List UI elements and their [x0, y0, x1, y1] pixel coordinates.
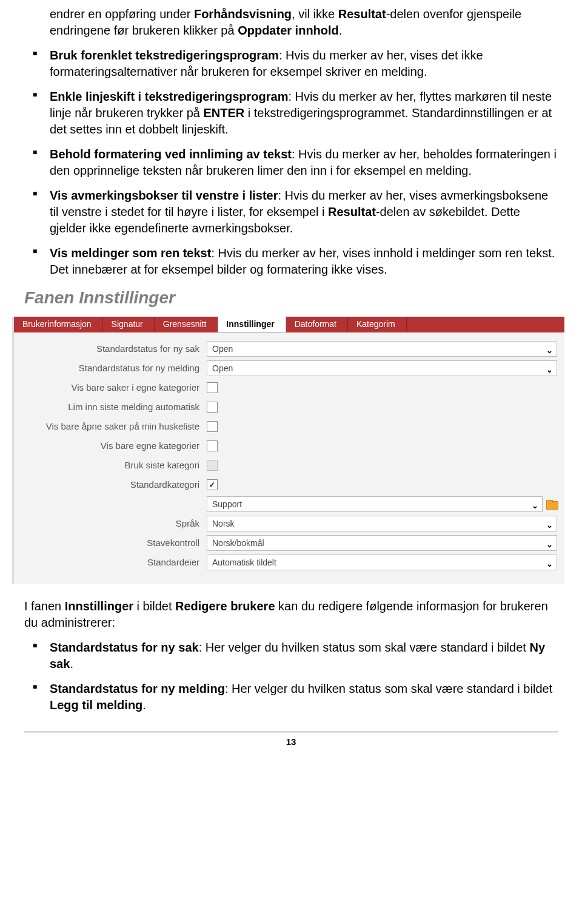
label: Stavekontroll — [14, 537, 207, 549]
chevron-down-icon: ⌄ — [546, 559, 553, 570]
checkbox[interactable] — [207, 440, 218, 451]
text-bold: Standardstatus for ny sak — [50, 641, 199, 654]
page-number: 13 — [24, 732, 558, 748]
select-sprak[interactable]: Norsk ⌄ — [207, 516, 557, 531]
checkbox[interactable] — [207, 421, 218, 432]
text-bold: Enkle linjeskift i tekstredigeringsprogr… — [50, 90, 288, 103]
list-item: Bruk forenklet tekstredigeringsprogram: … — [24, 47, 558, 80]
text: . — [70, 657, 73, 670]
select-stavekontroll[interactable]: Norsk/bokmål ⌄ — [207, 535, 557, 551]
label: Standardeier — [14, 556, 207, 568]
tab-signatur[interactable]: Signatur — [103, 317, 155, 332]
text: I fanen — [24, 599, 65, 613]
label: Standardstatus for ny sak — [14, 343, 207, 355]
settings-ui-screenshot: Brukerinformasjon Signatur Grensesnitt I… — [12, 317, 564, 584]
intro-after-ui: I fanen Innstillinger i bildet Redigere … — [24, 598, 558, 631]
select-value: Norsk/bokmål — [212, 538, 264, 548]
label: Standardstatus for ny melding — [14, 362, 207, 374]
row-sprak: Språk Norsk ⌄ — [14, 514, 561, 533]
text-bold: ENTER — [203, 106, 244, 120]
select-value: Automatisk tildelt — [212, 558, 276, 567]
chevron-down-icon: ⌄ — [546, 345, 553, 356]
text: : Her velger du hvilken status som skal … — [199, 641, 530, 654]
text-bold: Legg til melding — [50, 698, 142, 712]
text-bold: Vis meldinger som ren tekst — [50, 246, 211, 260]
row-standardstatus-sak: Standardstatus for ny sak Open ⌄ — [14, 340, 561, 358]
checkbox-disabled — [207, 460, 218, 471]
list-item: Enkle linjeskift i tekstredigeringsprogr… — [24, 89, 558, 138]
text: i bildet — [133, 599, 175, 613]
text-bold: Behold formatering ved innliming av teks… — [50, 147, 292, 161]
text: , vil ikke — [292, 7, 338, 21]
text-bold: Standardstatus for ny melding — [50, 682, 225, 695]
select-value: Norsk — [212, 519, 235, 528]
checkbox[interactable] — [207, 402, 218, 413]
row-lim-inn-siste-melding: Lim inn siste melding automatisk — [14, 398, 561, 416]
checkbox[interactable] — [207, 382, 218, 393]
text: . — [339, 24, 343, 37]
text: . — [142, 698, 146, 712]
label: Vis bare saker i egne kategorier — [14, 382, 207, 394]
checkbox-checked[interactable] — [207, 479, 218, 490]
bullet-list-top: Bruk forenklet tekstredigeringsprogram: … — [24, 47, 558, 278]
label: Standardkategori — [14, 479, 207, 491]
list-item: Standardstatus for ny melding: Her velge… — [24, 681, 558, 713]
intro-continuation: endrer en oppføring under Forhåndsvisnin… — [24, 6, 558, 39]
row-vis-egne-kategorier: Vis bare egne kategorier — [14, 437, 561, 455]
label: Bruk siste kategori — [14, 459, 207, 471]
folder-icon[interactable] — [546, 500, 557, 508]
tab-innstillinger[interactable]: Innstillinger — [218, 317, 286, 332]
row-stavekontroll: Stavekontroll Norsk/bokmål ⌄ — [14, 534, 561, 552]
label: Lim inn siste melding automatisk — [14, 401, 207, 413]
tabs-bar: Brukerinformasjon Signatur Grensesnitt I… — [14, 317, 564, 332]
text-bold: Bruk forenklet tekstredigeringsprogram — [50, 49, 279, 62]
row-standardstatus-melding: Standardstatus for ny melding Open ⌄ — [14, 359, 561, 377]
select-standardstatus-sak[interactable]: Open ⌄ — [207, 341, 557, 357]
text: endrer en oppføring under — [50, 7, 194, 21]
row-standardkategori-value: Support ⌄ — [14, 495, 561, 513]
select-value: Support — [212, 499, 242, 509]
label: Vis bare egne kategorier — [14, 440, 207, 452]
label: Vis bare åpne saker på min huskeliste — [14, 420, 207, 433]
settings-body: Standardstatus for ny sak Open ⌄ Standar… — [14, 332, 564, 584]
row-bruk-siste-kategori: Bruk siste kategori — [14, 456, 561, 474]
text-bold: Redigere brukere — [175, 599, 275, 613]
row-vis-egne-kategorier-saker: Vis bare saker i egne kategorier — [14, 379, 561, 397]
list-item: Behold formatering ved innliming av teks… — [24, 146, 558, 179]
text-bold: Vis avmerkingsbokser til venstre i liste… — [50, 189, 278, 202]
bullet-list-bottom: Standardstatus for ny sak: Her velger du… — [24, 639, 558, 713]
list-item: Standardstatus for ny sak: Her velger du… — [24, 639, 558, 672]
text-bold: Innstillinger — [65, 599, 133, 613]
chevron-down-icon: ⌄ — [532, 501, 538, 511]
text-bold: Resultat — [328, 205, 376, 218]
text: : Her velger du hvilken status som skal … — [225, 682, 552, 695]
text-bold: Resultat — [338, 7, 386, 21]
chevron-down-icon: ⌄ — [546, 365, 553, 376]
label: Språk — [14, 518, 207, 530]
select-standardeier[interactable]: Automatisk tildelt ⌄ — [207, 555, 557, 570]
tab-kategorim[interactable]: Kategorim — [348, 317, 407, 332]
list-item: Vis meldinger som ren tekst: Hvis du mer… — [24, 245, 558, 278]
select-kategori[interactable]: Support ⌄ — [207, 496, 543, 512]
text-bold: Forhåndsvisning — [194, 7, 292, 21]
select-value: Open — [212, 363, 233, 373]
row-standardeier: Standardeier Automatisk tildelt ⌄ — [14, 553, 561, 572]
section-heading: Fanen Innstillinger — [24, 286, 558, 309]
row-vis-apne-saker-huskeliste: Vis bare åpne saker på min huskeliste — [14, 417, 561, 436]
tab-grensesnitt[interactable]: Grensesnitt — [155, 317, 218, 332]
chevron-down-icon: ⌄ — [546, 520, 553, 531]
chevron-down-icon: ⌄ — [546, 539, 553, 550]
tab-datoformat[interactable]: Datoformat — [286, 317, 348, 332]
list-item: Vis avmerkingsbokser til venstre i liste… — [24, 187, 558, 237]
text-bold: Oppdater innhold — [238, 24, 339, 37]
select-value: Open — [212, 344, 233, 354]
select-standardstatus-melding[interactable]: Open ⌄ — [207, 360, 557, 376]
tab-brukerinformasjon[interactable]: Brukerinformasjon — [14, 317, 103, 332]
row-standardkategori: Standardkategori — [14, 476, 561, 494]
